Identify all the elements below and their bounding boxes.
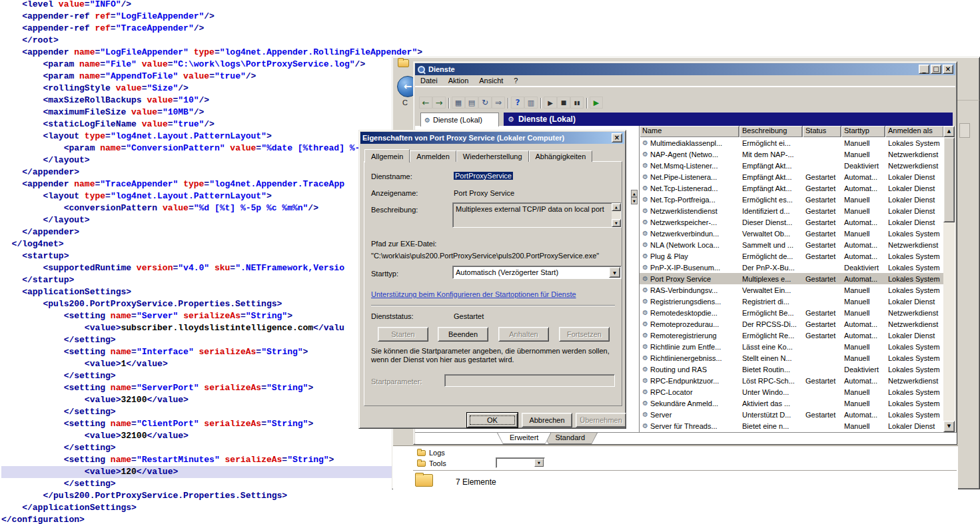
scroll-down-button[interactable]: ▼ — [943, 421, 955, 432]
titlebar[interactable]: Dienste _□× — [415, 63, 955, 75]
column-header-anmeldenals[interactable]: Anmelden als — [885, 126, 944, 137]
button-label: Anhalten — [509, 330, 538, 338]
view-tab-erweitert[interactable]: Erweitert — [497, 433, 551, 444]
tree-tab-dienste-lokal[interactable]: ⚙ Dienste (Lokal) — [420, 113, 499, 127]
table-row[interactable]: ⚙Net.Msmq-Listener...Empfängt Akt...Deak… — [640, 160, 955, 171]
minimize-button[interactable]: _ — [919, 65, 929, 74]
table-row[interactable]: ⚙Net.Tcp-Portfreiga...Ermöglicht es...Ge… — [640, 194, 955, 205]
combo-dropdown-button[interactable]: ▼ — [609, 267, 620, 278]
service-name-value[interactable]: PortProxyService — [454, 172, 513, 180]
folder-item[interactable]: Tools — [417, 459, 446, 468]
tab-allgemein[interactable]: Allgemein — [364, 149, 410, 162]
menu-aktion[interactable]: Aktion — [443, 77, 474, 85]
tab-wiederherstellung[interactable]: Wiederherstellung — [456, 150, 529, 162]
table-row[interactable]: ⚙Port Proxy ServiceMultiplexes e...Gesta… — [640, 273, 955, 284]
toolbar-pause-service-button[interactable]: ▮▮ — [570, 97, 584, 109]
table-row[interactable]: ⚙Sekundäre Anmeld...Aktiviert das ...Man… — [640, 397, 955, 409]
menu-?[interactable]: ? — [508, 77, 523, 85]
toolbar-show-tree-button[interactable]: ▦ — [452, 97, 465, 109]
pane-header-title: Dienste (Lokal) — [518, 115, 576, 124]
tab-abhängigkeiten[interactable]: Abhängigkeiten — [529, 150, 593, 162]
maximize-button[interactable]: □ — [931, 65, 941, 74]
toolbar-help-button[interactable]: ? — [511, 97, 524, 109]
scrollbar-thumb[interactable] — [943, 137, 955, 222]
table-row[interactable]: ⚙RAS-Verbindungsv...Verwaltet Ein...Manu… — [640, 284, 955, 296]
tab-anmelden[interactable]: Anmelden — [410, 150, 456, 162]
toolbar-stop-service-button[interactable]: ■ — [557, 97, 570, 109]
view-tab-standard[interactable]: Standard — [542, 433, 598, 444]
startup-options-help-link[interactable]: Unterstützung beim Konfigurieren der Sta… — [371, 290, 576, 298]
scroll-down-button[interactable]: ▼ — [612, 219, 621, 227]
service-cell: Lokales System — [885, 399, 944, 407]
service-cell: Dieser Dienst... — [739, 218, 803, 226]
description-scrollbar[interactable]: ▲ ▼ — [612, 203, 621, 227]
service-name-cell: ⚙Server für Threads... — [640, 422, 739, 430]
table-row[interactable]: ⚙Remoteprozedurau...Der RPCSS-Di...Gesta… — [640, 318, 955, 330]
table-row[interactable]: ⚙RPC-LocatorUnter Windo...ManuellLokales… — [640, 386, 955, 397]
pause-service-icon: ▮▮ — [574, 100, 580, 106]
toolbar-back-button[interactable]: ← — [419, 97, 432, 109]
table-row[interactable]: ⚙Plug & PlayErmöglicht de...GestartetAut… — [640, 250, 955, 262]
folder-item[interactable]: Logs — [417, 448, 445, 457]
table-row[interactable]: ⚙Richtlinienergebniss...Stellt einen N..… — [640, 352, 955, 364]
service-name: Netzwerklistendienst — [650, 207, 718, 215]
toolbar-forward-button[interactable]: → — [432, 97, 446, 109]
service-cell: Der PnP-X-Bu... — [739, 264, 803, 272]
close-button[interactable]: × — [943, 65, 953, 74]
table-row[interactable]: ⚙Net.Tcp-Listenerad...Empfängt Akt...Ges… — [640, 182, 955, 194]
abbrechen-button[interactable]: Abbrechen — [522, 413, 572, 427]
column-header-status[interactable]: Status — [803, 126, 841, 137]
close-button[interactable]: × — [612, 133, 622, 142]
description-field[interactable]: Multiplexes external TCP/IP data on loca… — [452, 202, 622, 228]
filter-combobox[interactable]: ▼ — [496, 457, 545, 468]
toolbar-export-button[interactable]: ⇒ — [492, 97, 505, 109]
column-header-starttyp[interactable]: Starttyp — [841, 126, 885, 137]
service-status-value: Gestartet — [454, 312, 484, 320]
ok-button[interactable]: OK — [467, 413, 518, 427]
toolbar-window-button[interactable]: ▥ — [524, 97, 538, 109]
service-name-cell: ⚙Remotedesktopdie... — [640, 309, 739, 317]
service-name: NAP-Agent (Netwo... — [650, 150, 718, 158]
table-row[interactable]: ⚙RemoteregistrierungErmöglicht Re...Gest… — [640, 330, 955, 341]
table-row[interactable]: ⚙Registrierungsdiens...Registriert di...… — [640, 296, 955, 307]
start-params-input[interactable] — [444, 374, 615, 387]
menu-datei[interactable]: Datei — [415, 77, 443, 85]
toolbar-refresh-button[interactable]: ↻ — [478, 97, 492, 109]
column-header-beschreibung[interactable]: Beschreibung — [739, 126, 803, 137]
table-row[interactable]: ⚙RPC-Endpunktzuor...Löst RPC-Sch...Gesta… — [640, 375, 955, 386]
code-line: <appender-ref ref="TraceAppender"/> — [1, 23, 980, 35]
table-row[interactable]: ⚙Netzwerkspeicher-...Dieser Dienst...Ges… — [640, 216, 955, 228]
table-row[interactable]: ⚙Multimediaklassenpl...Ermöglicht ei...M… — [640, 137, 955, 148]
scroll-up-button[interactable]: ▲ — [612, 203, 621, 211]
folder-icon — [417, 461, 426, 467]
menubar: DateiAktionAnsicht? — [415, 75, 955, 87]
menu-ansicht[interactable]: Ansicht — [474, 77, 508, 85]
table-row[interactable]: ⚙NAP-Agent (Netwo...Mit dem NAP-...Manue… — [640, 148, 955, 160]
scrollbar[interactable]: ▲ ▼ — [943, 126, 955, 432]
scroll-down-icon[interactable]: ▼ — [631, 197, 638, 204]
column-header-name[interactable]: Name — [640, 126, 739, 137]
table-row[interactable]: ⚙Richtlinie zum Entfe...Lässt eine Ko...… — [640, 341, 955, 352]
table-row[interactable]: ⚙Routing und RASBietet Routin...Deaktivi… — [640, 364, 955, 375]
service-gear-icon: ⚙ — [642, 207, 648, 214]
mini-scrollbar[interactable]: ▲ ▼ — [631, 190, 638, 204]
table-row[interactable]: ⚙Netzwerkverbindun...Verwaltet Ob...Gest… — [640, 228, 955, 239]
table-row[interactable]: ⚙NLA (Network Loca...Sammelt und ...Gest… — [640, 239, 955, 250]
toolbar-start-service-button[interactable]: ▶ — [544, 97, 557, 109]
chevron-down-icon[interactable]: ▼ — [534, 459, 544, 467]
service-cell: Bietet eine n... — [739, 422, 803, 430]
table-row[interactable]: ⚙Net.Pipe-Listenera...Empfängt Akt...Ges… — [640, 171, 955, 182]
scroll-up-icon[interactable]: ▲ — [631, 190, 638, 197]
table-row[interactable]: ⚙PnP-X-IP-Busenum...Der PnP-X-Bu...Deakt… — [640, 262, 955, 273]
table-row[interactable]: ⚙Remotedesktopdie...Ermöglicht Be...Gest… — [640, 307, 955, 318]
toolbar-list-button[interactable]: ▤ — [465, 97, 478, 109]
toolbar-restart-service-button[interactable]: ▶ — [590, 97, 603, 109]
table-row[interactable]: ⚙Server für Threads...Bietet eine n...Ma… — [640, 420, 955, 431]
startup-type-combobox[interactable]: Automatisch (Verzögerter Start) ▼ — [452, 266, 622, 279]
beenden-button[interactable]: Beenden — [438, 327, 488, 342]
table-row[interactable]: ⚙ServerUnterstützt D...GestartetAutomat.… — [640, 409, 955, 420]
table-row[interactable]: ⚙NetzwerklistendienstIdentifiziert d...G… — [640, 205, 955, 216]
scroll-up-button[interactable]: ▲ — [943, 126, 955, 137]
window-controls: _□× — [919, 65, 953, 74]
titlebar[interactable]: Eigenschaften von Port Proxy Service (Lo… — [360, 132, 624, 144]
